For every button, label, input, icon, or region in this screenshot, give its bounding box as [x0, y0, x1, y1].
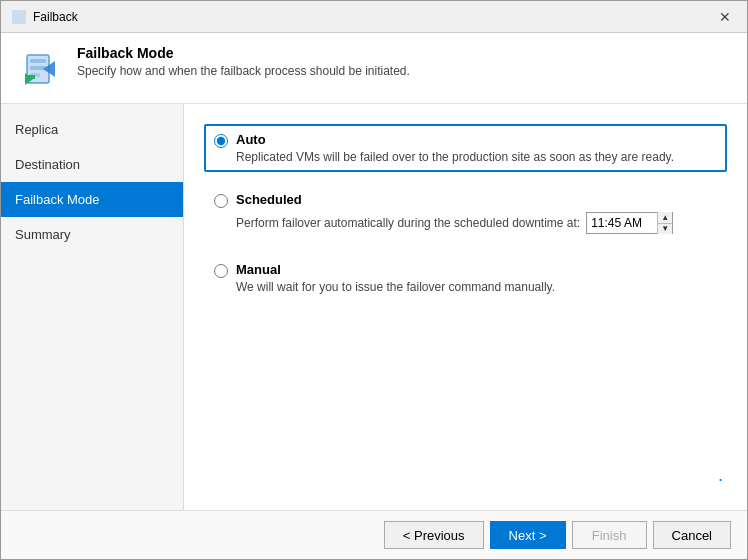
sidebar: Replica Destination Failback Mode Summar… — [1, 104, 184, 510]
window: Failback ✕ Failback Mode Specify how and… — [0, 0, 748, 560]
sidebar-item-destination[interactable]: Destination — [1, 147, 183, 182]
svg-rect-2 — [30, 59, 46, 63]
scheduled-option-row: Scheduled — [214, 192, 717, 208]
header-title: Failback Mode — [77, 45, 410, 61]
dot-indicator: · — [204, 469, 727, 490]
footer: < Previous Next > Finish Cancel — [1, 510, 747, 559]
window-icon — [11, 9, 27, 25]
header-text: Failback Mode Specify how and when the f… — [77, 45, 410, 78]
header: Failback Mode Specify how and when the f… — [1, 33, 747, 104]
auto-label: Auto — [236, 132, 266, 147]
content-area: Replica Destination Failback Mode Summar… — [1, 104, 747, 510]
manual-description: We will wait for you to issue the failov… — [236, 280, 717, 294]
time-input[interactable] — [587, 213, 657, 233]
svg-rect-7 — [25, 75, 35, 79]
sidebar-item-summary[interactable]: Summary — [1, 217, 183, 252]
header-svg-icon — [17, 45, 65, 93]
time-input-wrapper: ▲ ▼ — [586, 212, 673, 234]
svg-rect-3 — [30, 66, 46, 70]
sidebar-item-failback-mode[interactable]: Failback Mode — [1, 182, 183, 217]
manual-radio[interactable] — [214, 264, 228, 278]
auto-radio[interactable] — [214, 134, 228, 148]
title-bar: Failback ✕ — [1, 1, 747, 33]
close-button[interactable]: ✕ — [713, 7, 737, 27]
time-up-button[interactable]: ▲ — [658, 212, 672, 224]
time-down-button[interactable]: ▼ — [658, 224, 672, 235]
manual-option-box: Manual We will wait for you to issue the… — [204, 254, 727, 302]
cancel-button[interactable]: Cancel — [653, 521, 731, 549]
window-title: Failback — [33, 10, 78, 24]
auto-description: Replicated VMs will be failed over to th… — [236, 150, 717, 164]
sidebar-item-replica[interactable]: Replica — [1, 112, 183, 147]
header-subtitle: Specify how and when the failback proces… — [77, 64, 410, 78]
previous-button[interactable]: < Previous — [384, 521, 484, 549]
auto-option-row: Auto — [214, 132, 717, 148]
title-bar-left: Failback — [11, 9, 78, 25]
auto-option-box: Auto Replicated VMs will be failed over … — [204, 124, 727, 172]
manual-label: Manual — [236, 262, 281, 277]
time-spinner: ▲ ▼ — [657, 212, 672, 234]
scheduled-radio[interactable] — [214, 194, 228, 208]
next-button[interactable]: Next > — [490, 521, 566, 549]
scheduled-time-row: Perform failover automatically during th… — [236, 212, 717, 234]
finish-button[interactable]: Finish — [572, 521, 647, 549]
scheduled-description: Perform failover automatically during th… — [236, 216, 580, 230]
manual-option-row: Manual — [214, 262, 717, 278]
failback-icon — [17, 45, 65, 93]
scheduled-option-box: Scheduled Perform failover automatically… — [204, 184, 727, 242]
svg-rect-0 — [12, 10, 26, 24]
scheduled-label: Scheduled — [236, 192, 302, 207]
option-group: Auto Replicated VMs will be failed over … — [204, 124, 727, 302]
main-content: Auto Replicated VMs will be failed over … — [184, 104, 747, 510]
